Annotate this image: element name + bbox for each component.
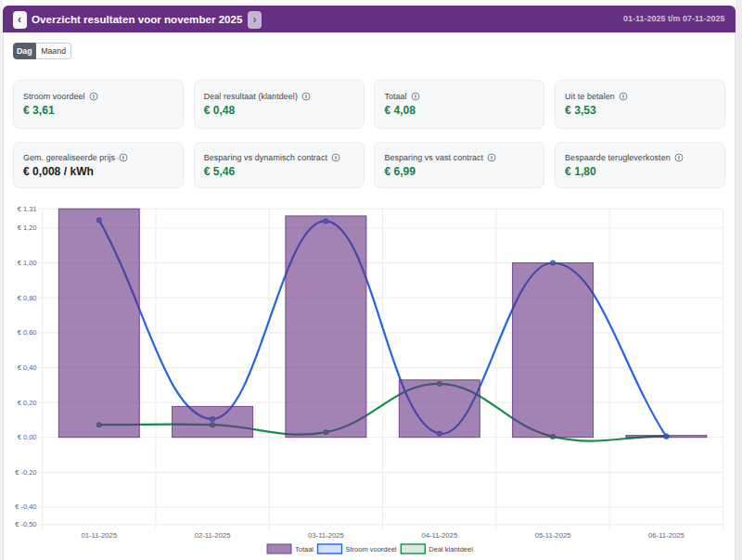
svg-text:€ 0,00: € 0,00 [18,433,37,441]
svg-text:€ 0,40: € 0,40 [18,363,37,372]
svg-text:04-11-2025: 04-11-2025 [421,531,457,540]
svg-text:€ 0,80: € 0,80 [18,294,37,302]
svg-text:Totaal: Totaal [295,545,313,554]
svg-text:Stroom voordeel: Stroom voordeel [346,545,397,554]
svg-text:€ -0,50: € -0,50 [15,520,36,528]
svg-text:Deal klantdeel: Deal klantdeel [429,545,473,554]
svg-text:01-11-2025: 01-11-2025 [81,531,117,540]
svg-text:€ 1,31: € 1,31 [18,205,37,213]
svg-text:€ -0,40: € -0,40 [15,503,36,511]
svg-text:€ 1,00: € 1,00 [18,259,37,267]
svg-text:05-11-2025: 05-11-2025 [535,531,571,540]
svg-text:03-11-2025: 03-11-2025 [308,531,344,540]
svg-text:06-11-2025: 06-11-2025 [648,531,684,540]
svg-text:€ 1,20: € 1,20 [18,223,37,232]
svg-text:€ 0,20: € 0,20 [18,399,37,407]
svg-text:€ 0,60: € 0,60 [18,328,37,337]
svg-text:€ -0,20: € -0,20 [15,468,36,477]
svg-text:02-11-2025: 02-11-2025 [195,531,231,540]
